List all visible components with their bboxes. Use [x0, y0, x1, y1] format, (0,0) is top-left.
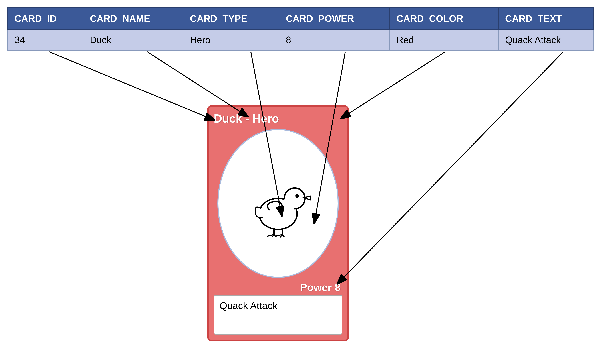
- card-header-label: Duck - Hero: [214, 112, 342, 125]
- cell-text: Quack Attack: [498, 29, 593, 50]
- svg-line-12: [282, 235, 285, 237]
- cell-name: Duck: [83, 29, 183, 50]
- col-header-id: CARD_ID: [8, 8, 83, 29]
- game-card: Duck - Hero: [207, 105, 349, 341]
- col-header-type: CARD_TYPE: [183, 8, 279, 29]
- svg-line-14: [49, 52, 213, 120]
- col-header-text: CARD_TEXT: [498, 8, 593, 29]
- svg-line-19: [338, 52, 563, 283]
- col-header-power: CARD_POWER: [279, 8, 390, 29]
- cell-id: 34: [8, 29, 83, 50]
- card-text-box: Quack Attack: [214, 295, 342, 335]
- card-power-label: Power 8: [214, 278, 342, 295]
- cell-power: 8: [279, 29, 390, 50]
- col-header-name: CARD_NAME: [83, 8, 183, 29]
- duck-illustration: [243, 169, 313, 238]
- data-table: CARD_ID CARD_NAME CARD_TYPE CARD_POWER C…: [7, 7, 594, 51]
- cell-color: Red: [390, 29, 498, 50]
- card-image-area: [217, 129, 339, 278]
- col-header-color: CARD_COLOR: [390, 8, 498, 29]
- table-row: 34 Duck Hero 8 Red Quack Attack: [8, 29, 593, 50]
- svg-point-4: [281, 199, 294, 214]
- svg-point-3: [295, 194, 299, 198]
- cell-type: Hero: [183, 29, 279, 50]
- svg-line-18: [342, 52, 445, 118]
